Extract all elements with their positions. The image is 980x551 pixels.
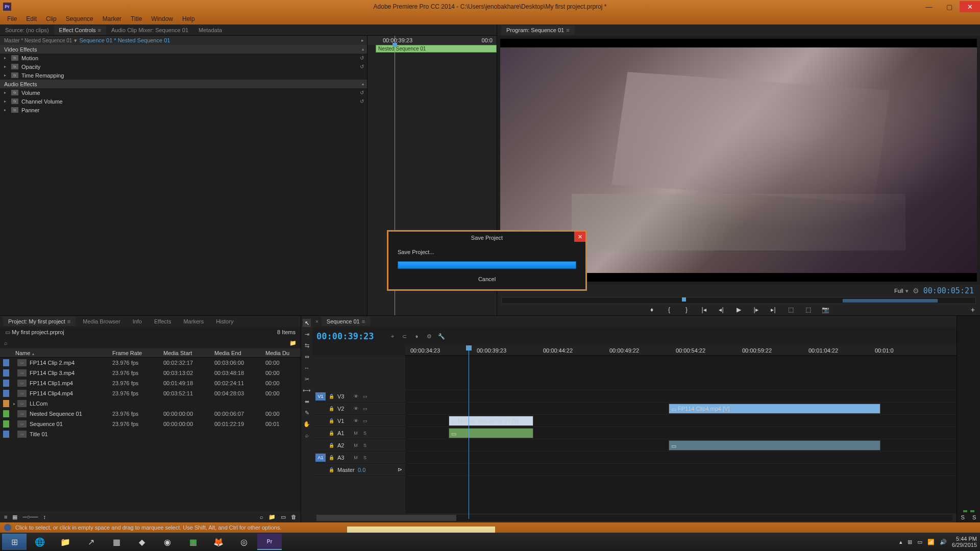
play-button[interactable]: ▶	[734, 306, 743, 313]
lock-icon[interactable]: 🔒	[329, 418, 334, 423]
wrench-icon[interactable]: 🔧	[437, 333, 446, 340]
lock-icon[interactable]: 🔒	[329, 431, 334, 436]
track-select-tool[interactable]: ⇥	[303, 330, 311, 338]
panel-menu-icon[interactable]: ≡	[98, 27, 101, 33]
dialog-close-button[interactable]: ✕	[574, 232, 585, 242]
start-button[interactable]: ⊞	[2, 534, 27, 550]
lock-icon[interactable]: 🔒	[329, 394, 334, 399]
tab-history[interactable]: History	[211, 317, 238, 326]
project-item[interactable]: ▭FP114 Clip 3.mp423.976 fps00:03:13:0200…	[0, 368, 301, 378]
taskbar-chrome[interactable]: ◉	[155, 534, 180, 550]
effect-panner[interactable]: ▸fxPanner	[0, 106, 367, 114]
taskbar-obs[interactable]: ◎	[232, 534, 256, 550]
sort-icon[interactable]: ↕	[43, 514, 46, 520]
export-frame-button[interactable]: 📷	[821, 306, 830, 313]
cancel-button[interactable]: Cancel	[398, 276, 576, 282]
tab-effects[interactable]: Effects	[149, 317, 176, 326]
project-item[interactable]: ▭Nested Sequence 0123.976 fps00:00:00:00…	[0, 409, 301, 419]
search-icon[interactable]: ⌕	[4, 340, 8, 346]
reset-icon[interactable]: ↺	[360, 55, 364, 61]
snap-icon[interactable]: ⌖	[388, 333, 397, 340]
rolling-edit-tool[interactable]: ⇔	[303, 353, 311, 361]
hand-tool[interactable]: ✋	[303, 420, 311, 428]
play-arrow-icon[interactable]: ▸	[361, 38, 364, 43]
col-name[interactable]: Name▴	[0, 350, 112, 356]
folder-icon[interactable]: 📁	[289, 340, 297, 346]
clip-audio[interactable]: ▭	[669, 440, 880, 450]
taskbar-firefox[interactable]: 🦊	[206, 534, 231, 550]
taskbar-ie[interactable]: 🌐	[28, 534, 52, 550]
marker-button[interactable]: ♦	[647, 306, 656, 313]
step-back-button[interactable]: ◂|	[717, 306, 726, 313]
reset-icon[interactable]: ↺	[360, 98, 364, 104]
eye-icon[interactable]: 👁	[353, 418, 359, 423]
new-item-icon[interactable]: ▭	[281, 514, 286, 520]
track-a1[interactable]: 🔒A1MS	[312, 427, 405, 439]
chevron-down-icon[interactable]: ▾	[74, 37, 77, 44]
delete-icon[interactable]: 🗑	[291, 514, 297, 520]
effect-motion[interactable]: ▸fxMotion↺	[0, 54, 367, 62]
timeline-scrollbar[interactable]	[316, 515, 952, 521]
project-item[interactable]: ▭FP114 Clip 2.mp423.976 fps00:02:32:1700…	[0, 358, 301, 368]
zoom-slider[interactable]: ─○──	[22, 514, 38, 520]
tab-audio-mixer[interactable]: Audio Clip Mixer: Sequence 01	[106, 26, 193, 35]
program-timecode[interactable]: 00:00:05:21	[923, 286, 974, 295]
maximize-button[interactable]: ▢	[939, 1, 960, 12]
panel-menu-icon[interactable]: ≡	[67, 318, 70, 324]
col-framerate[interactable]: Frame Rate	[112, 350, 163, 356]
col-media-end[interactable]: Media End	[214, 350, 265, 356]
effect-channel-volume[interactable]: ▸fxChannel Volume↺	[0, 97, 367, 106]
icon-view-icon[interactable]: ▦	[12, 514, 17, 520]
ripple-edit-tool[interactable]: ⇆	[303, 341, 311, 349]
taskbar-app[interactable]: ▦	[104, 534, 129, 550]
reset-icon[interactable]: ↺	[360, 90, 364, 95]
work-area[interactable]	[843, 299, 938, 303]
add-button[interactable]: +	[971, 306, 975, 314]
settings-icon[interactable]: ⚙	[425, 333, 433, 340]
lock-icon[interactable]: 🔒	[329, 443, 334, 448]
eye-icon[interactable]: 👁	[353, 394, 359, 399]
lift-button[interactable]: ⬚	[786, 306, 795, 313]
clip-nested-video[interactable]: ▭Nested Sequence 01 [V]	[449, 416, 533, 426]
tab-close-icon[interactable]: ×	[315, 319, 318, 324]
timeline-content[interactable]: ▭FP114 Clip4.mp4 [V] ▭Nested Sequence 01…	[405, 356, 957, 513]
lock-icon[interactable]: 🔒	[329, 455, 334, 460]
tab-metadata[interactable]: Metadata	[193, 26, 227, 35]
col-media-duration[interactable]: Media Du	[265, 350, 291, 356]
track-v3[interactable]: V1🔒V3👁▭	[312, 390, 405, 403]
tab-project[interactable]: Project: My first project≡	[3, 317, 76, 326]
tray-icon[interactable]: ▴	[899, 539, 902, 545]
razor-tool[interactable]: ✂	[303, 375, 311, 383]
eye-icon[interactable]: 👁	[353, 406, 359, 411]
tray-icon[interactable]: ⊞	[908, 539, 912, 545]
tray-volume-icon[interactable]: 🔊	[940, 539, 947, 545]
tab-sequence[interactable]: Sequence 01≡	[322, 317, 370, 326]
list-view-icon[interactable]: ≡	[4, 514, 7, 520]
minimize-button[interactable]: —	[919, 1, 939, 12]
resolution-select[interactable]: Full	[894, 288, 903, 294]
timeline-ruler[interactable]: 00:00:34:23 00:00:39:23 00:00:44:22 00:0…	[405, 345, 957, 356]
menu-window[interactable]: Window	[147, 14, 177, 23]
clip-fp114-clip4[interactable]: ▭FP114 Clip4.mp4 [V]	[669, 404, 880, 414]
tab-program[interactable]: Program: Sequence 01≡	[501, 26, 575, 35]
extract-button[interactable]: ⬚	[803, 306, 813, 313]
taskbar-app[interactable]: ↗	[79, 534, 103, 550]
pen-tool[interactable]: ✎	[303, 409, 311, 417]
menu-edit[interactable]: Edit	[22, 14, 41, 23]
lock-icon[interactable]: 🔒	[329, 406, 334, 411]
track-master[interactable]: 🔒Master0.0⊳	[312, 464, 405, 476]
taskbar-app[interactable]: ▦	[181, 534, 205, 550]
track-v2[interactable]: 🔒V2👁▭	[312, 403, 405, 415]
panel-menu-icon[interactable]: ≡	[566, 27, 569, 33]
menu-marker[interactable]: Marker	[99, 14, 126, 23]
tab-source[interactable]: Source: (no clips)	[0, 26, 54, 35]
track-a3[interactable]: A1🔒A3MS	[312, 452, 405, 464]
tab-info[interactable]: Info	[128, 317, 147, 326]
lock-icon[interactable]: 🔒	[329, 467, 334, 472]
program-scrubber[interactable]	[501, 297, 976, 304]
timeline-timecode[interactable]: 00:00:39:23	[316, 331, 374, 341]
in-point-button[interactable]: {	[665, 306, 674, 313]
project-item[interactable]: ▭Title 01	[0, 429, 301, 439]
taskbar-premiere[interactable]: Pr	[257, 534, 282, 550]
project-item[interactable]: ▭FP114 Clip1.mp423.976 fps00:01:49:1800:…	[0, 378, 301, 388]
